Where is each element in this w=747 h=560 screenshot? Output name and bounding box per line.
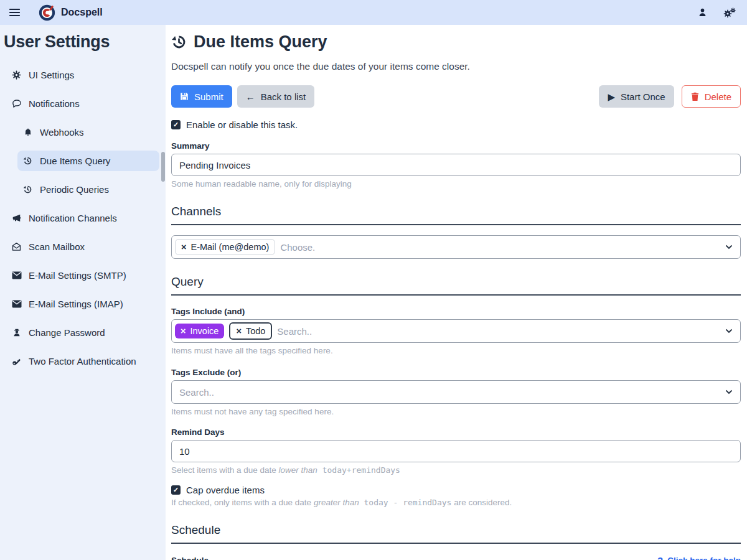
- delete-button[interactable]: Delete: [682, 85, 741, 108]
- channels-section-heading: Channels: [171, 205, 741, 225]
- tags-include-group: Tags Include (and) × Invoice × Todo Sear…: [171, 307, 741, 355]
- schedule-label: Schedule: [171, 556, 209, 560]
- schedule-help-link[interactable]: ? Click here for help: [657, 555, 741, 560]
- gear-icon: [11, 70, 22, 80]
- user-account-icon[interactable]: [698, 7, 707, 17]
- bullhorn-icon: [11, 213, 22, 223]
- sidebar-item-notification-channels[interactable]: Notification Channels: [6, 208, 159, 228]
- tags-exclude-multiselect[interactable]: Search..: [171, 380, 741, 404]
- topbar: Docspell: [0, 0, 747, 25]
- sidebar-item-label: Notifications: [29, 98, 80, 109]
- enable-task-row: ✓ Enable or disable this task.: [171, 119, 741, 130]
- sidebar-item-two-factor[interactable]: Two Factor Authentication: [6, 351, 159, 371]
- sidebar-item-webhooks[interactable]: Webhooks: [17, 122, 159, 142]
- sidebar-item-email-smtp[interactable]: E-Mail Settings (SMTP): [6, 265, 159, 286]
- channels-multiselect[interactable]: × E-Mail (me@demo) Choose.: [171, 235, 741, 259]
- bell-icon: [22, 128, 33, 137]
- remind-days-helper: Select items with a due date lower than …: [171, 465, 741, 475]
- channel-chip: × E-Mail (me@demo): [175, 239, 275, 256]
- enable-task-label: Enable or disable this task.: [186, 119, 298, 130]
- cap-overdue-label: Cap overdue items: [186, 485, 265, 495]
- tags-include-multiselect[interactable]: × Invoice × Todo Search..: [171, 319, 741, 343]
- sidebar-item-notifications[interactable]: Notifications: [6, 93, 159, 114]
- remind-days-group: Remind Days Select items with a due date…: [171, 427, 741, 475]
- sidebar-item-label: Due Items Query: [40, 156, 110, 166]
- summary-helper: Some human readable name, only for displ…: [171, 179, 741, 189]
- cap-overdue-helper: If checked, only items with a due date g…: [171, 498, 741, 507]
- history-icon: [22, 185, 33, 194]
- channels-placeholder: Choose.: [280, 242, 315, 253]
- play-icon: ▶: [608, 92, 615, 101]
- check-icon: ✓: [173, 121, 179, 129]
- sidebar-scrollbar-thumb[interactable]: [161, 152, 165, 182]
- tags-exclude-helper: Items must not have any tag specified he…: [171, 407, 741, 416]
- sidebar-item-label: Notification Channels: [29, 213, 117, 223]
- envelope-icon: [11, 300, 22, 308]
- remove-icon[interactable]: ×: [181, 243, 186, 252]
- sidebar-item-label: E-Mail Settings (SMTP): [29, 270, 126, 281]
- tags-include-helper: Items must have all the tags specified h…: [171, 346, 741, 355]
- sidebar-title: User Settings: [0, 29, 166, 52]
- envelope-icon: [11, 271, 22, 279]
- tags-include-label: Tags Include (and): [171, 307, 741, 316]
- sidebar-item-scan-mailbox[interactable]: Scan Mailbox: [6, 236, 159, 257]
- task-description: Docspell can notify you once the due dat…: [171, 61, 741, 72]
- arrow-left-icon: ←: [246, 92, 255, 101]
- sidebar-item-ui-settings[interactable]: UI Settings: [6, 65, 159, 85]
- tags-exclude-label: Tags Exclude (or): [171, 368, 741, 377]
- sidebar-item-label: Scan Mailbox: [29, 241, 85, 252]
- settings-cogs-icon[interactable]: [723, 7, 736, 18]
- sidebar-item-label: UI Settings: [29, 70, 74, 80]
- page-title: Due Items Query: [171, 32, 741, 52]
- remove-icon[interactable]: ×: [236, 327, 241, 336]
- menu-icon[interactable]: [6, 4, 22, 21]
- tags-exclude-placeholder: Search..: [179, 387, 214, 398]
- tag-chip-todo: × Todo: [229, 322, 272, 340]
- back-to-list-button[interactable]: ← Back to list: [237, 85, 315, 108]
- brand-name: Docspell: [61, 7, 103, 18]
- submit-button[interactable]: Submit: [171, 85, 232, 108]
- docspell-logo-icon: [39, 4, 55, 21]
- sidebar-item-label: E-Mail Settings (IMAP): [29, 299, 123, 309]
- tags-exclude-group: Tags Exclude (or) Search.. Items must no…: [171, 368, 741, 416]
- history-icon: [171, 34, 187, 50]
- sidebar-item-label: Change Password: [29, 327, 105, 338]
- sidebar-item-label: Webhooks: [40, 127, 84, 138]
- enable-task-checkbox[interactable]: ✓: [171, 120, 181, 129]
- tags-include-placeholder: Search..: [277, 326, 312, 337]
- sidebar-item-periodic-queries[interactable]: Periodic Queries: [17, 179, 159, 200]
- brand[interactable]: Docspell: [39, 4, 103, 21]
- sidebar-item-label: Periodic Queries: [40, 184, 109, 195]
- sidebar-item-change-password[interactable]: Change Password: [6, 322, 159, 343]
- tag-chip-invoice: × Invoice: [175, 324, 224, 339]
- summary-label: Summary: [171, 141, 741, 151]
- query-section-heading: Query: [171, 275, 741, 296]
- schedule-section-heading: Schedule: [171, 523, 741, 544]
- sidebar-item-email-imap[interactable]: E-Mail Settings (IMAP): [6, 294, 159, 314]
- cap-overdue-row: ✓ Cap overdue items: [171, 485, 741, 495]
- question-icon: ?: [657, 555, 663, 560]
- check-icon: ✓: [173, 486, 179, 494]
- start-once-button[interactable]: ▶ Start Once: [599, 85, 674, 108]
- summary-group: Summary Some human readable name, only f…: [171, 141, 741, 189]
- main-content: Due Items Query Docspell can notify you …: [166, 25, 747, 560]
- remind-days-input[interactable]: [171, 440, 741, 462]
- history-icon: [22, 156, 33, 166]
- key-icon: [11, 357, 22, 366]
- comment-icon: [11, 99, 22, 108]
- chevron-down-icon[interactable]: [725, 390, 733, 394]
- sidebar-item-due-items-query[interactable]: Due Items Query: [17, 151, 159, 171]
- remove-icon[interactable]: ×: [181, 327, 186, 336]
- sidebar-item-label: Two Factor Authentication: [29, 356, 136, 366]
- chevron-down-icon[interactable]: [725, 329, 733, 334]
- chevron-down-icon[interactable]: [725, 245, 733, 250]
- remind-days-label: Remind Days: [171, 427, 741, 437]
- cap-overdue-checkbox[interactable]: ✓: [171, 485, 181, 495]
- save-icon: [180, 92, 189, 101]
- sidebar: User Settings UI Settings Notifications …: [0, 25, 166, 560]
- user-secret-icon: [11, 328, 22, 337]
- summary-input[interactable]: [171, 154, 741, 176]
- trash-icon: [691, 92, 699, 101]
- envelope-open-icon: [11, 242, 22, 251]
